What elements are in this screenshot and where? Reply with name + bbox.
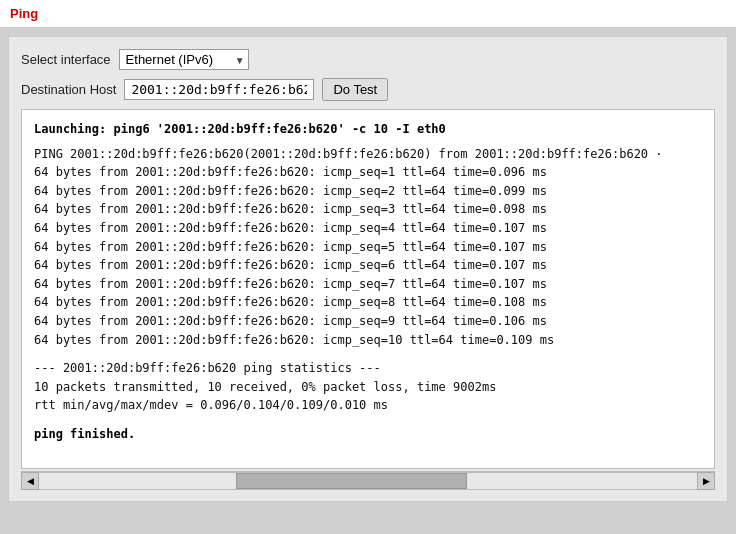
- launching-command: ping6 '2001::20d:b9ff:fe26:b620' -c 10 -…: [113, 122, 445, 136]
- ping-line-4: 64 bytes from 2001::20d:b9ff:fe26:b620: …: [34, 219, 702, 238]
- ping-line-5: 64 bytes from 2001::20d:b9ff:fe26:b620: …: [34, 238, 702, 257]
- destination-host-label: Destination Host: [21, 82, 116, 97]
- interface-select[interactable]: Ethernet (IPv6) Ethernet (IPv4) WiFi: [119, 49, 249, 70]
- page-title: Ping: [10, 6, 38, 21]
- main-panel: Select interface Ethernet (IPv6) Etherne…: [8, 36, 728, 502]
- interface-select-wrapper: Ethernet (IPv6) Ethernet (IPv4) WiFi ▼: [119, 49, 249, 70]
- ping-line-2: 64 bytes from 2001::20d:b9ff:fe26:b620: …: [34, 182, 702, 201]
- destination-host-input[interactable]: [124, 79, 314, 100]
- ping-line-1: 64 bytes from 2001::20d:b9ff:fe26:b620: …: [34, 163, 702, 182]
- stats-rtt: rtt min/avg/max/mdev = 0.096/0.104/0.109…: [34, 396, 702, 415]
- stats-separator: --- 2001::20d:b9ff:fe26:b620 ping statis…: [34, 359, 702, 378]
- stats-section: --- 2001::20d:b9ff:fe26:b620 ping statis…: [34, 359, 702, 415]
- scroll-track[interactable]: [39, 472, 697, 490]
- scroll-right-button[interactable]: ▶: [697, 472, 715, 490]
- stats-packets: 10 packets transmitted, 10 received, 0% …: [34, 378, 702, 397]
- interface-row: Select interface Ethernet (IPv6) Etherne…: [21, 49, 715, 70]
- ping-line-8: 64 bytes from 2001::20d:b9ff:fe26:b620: …: [34, 293, 702, 312]
- output-panel: Launching: ping6 '2001::20d:b9ff:fe26:b6…: [21, 109, 715, 469]
- scroll-thumb[interactable]: [236, 473, 466, 489]
- launching-label: Launching:: [34, 122, 106, 136]
- ping-line-10: 64 bytes from 2001::20d:b9ff:fe26:b620: …: [34, 331, 702, 350]
- ping-line-9: 64 bytes from 2001::20d:b9ff:fe26:b620: …: [34, 312, 702, 331]
- ping-line-6: 64 bytes from 2001::20d:b9ff:fe26:b620: …: [34, 256, 702, 275]
- select-interface-label: Select interface: [21, 52, 111, 67]
- ping-line-3: 64 bytes from 2001::20d:b9ff:fe26:b620: …: [34, 200, 702, 219]
- ping-finished: ping finished.: [34, 425, 702, 444]
- title-bar: Ping: [0, 0, 736, 28]
- launching-line: Launching: ping6 '2001::20d:b9ff:fe26:b6…: [34, 120, 702, 139]
- ping-line-7: 64 bytes from 2001::20d:b9ff:fe26:b620: …: [34, 275, 702, 294]
- ping-header-line: PING 2001::20d:b9ff:fe26:b620(2001::20d:…: [34, 145, 702, 164]
- do-test-button[interactable]: Do Test: [322, 78, 388, 101]
- scroll-left-button[interactable]: ◀: [21, 472, 39, 490]
- horizontal-scrollbar: ◀ ▶: [21, 471, 715, 489]
- destination-row: Destination Host Do Test: [21, 78, 715, 101]
